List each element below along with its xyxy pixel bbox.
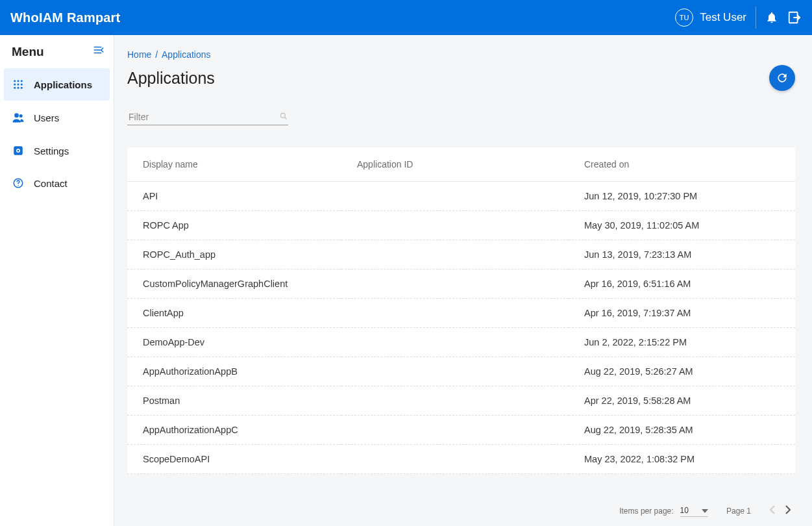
prev-page-button[interactable] [769, 505, 776, 517]
cell-created-on: Apr 16, 2019, 6:51:16 AM [569, 269, 795, 299]
chevron-down-icon [702, 506, 708, 515]
notifications-icon[interactable] [765, 11, 778, 24]
sidebar: Menu ApplicationsUsersSettingsContact [0, 35, 114, 526]
cell-application-id [341, 357, 569, 386]
page-title: Applications [127, 69, 215, 88]
cell-display-name: ROPC App [127, 211, 341, 240]
cell-display-name: ROPC_Auth_app [127, 240, 341, 269]
cell-created-on: Apr 22, 2019, 5:58:28 AM [569, 386, 795, 416]
main-content: Home / Applications Applications Display… [114, 35, 812, 526]
cell-application-id [341, 240, 569, 269]
cell-display-name: API [127, 182, 341, 211]
cell-created-on: Apr 16, 2019, 7:19:37 AM [569, 299, 795, 328]
paginator: Items per page: 10 Page 1 [127, 492, 795, 520]
cell-display-name: DemoApp-Dev [127, 328, 341, 357]
collapse-menu-icon[interactable] [93, 44, 105, 59]
apps-icon [12, 79, 25, 90]
breadcrumb-home[interactable]: Home [127, 49, 151, 60]
next-page-button[interactable] [785, 505, 791, 517]
svg-point-7 [14, 87, 16, 89]
sidebar-title: Menu [12, 45, 44, 59]
cell-display-name: ScopeDemoAPI [127, 445, 341, 474]
search-icon [279, 112, 288, 123]
table-row[interactable]: PostmanApr 22, 2019, 5:58:28 AM [127, 386, 795, 416]
svg-point-2 [18, 80, 19, 82]
cell-display-name: AppAuthorizationAppC [127, 416, 341, 445]
logout-icon[interactable] [787, 10, 802, 25]
cell-created-on: Jun 2, 2022, 2:15:22 PM [569, 328, 795, 357]
table-row[interactable]: APIJun 12, 2019, 10:27:30 PM [127, 182, 795, 211]
table-row[interactable]: CustomPolicyManagerGraphClientApr 16, 20… [127, 269, 795, 299]
cell-application-id [341, 269, 569, 299]
sidebar-header: Menu [0, 44, 114, 68]
svg-point-14 [18, 150, 19, 152]
avatar: TU [675, 8, 693, 27]
refresh-button[interactable] [769, 65, 795, 91]
cell-application-id [341, 299, 569, 328]
sidebar-item-applications[interactable]: Applications [4, 68, 110, 101]
filter-input[interactable] [127, 109, 279, 125]
svg-point-11 [19, 114, 23, 118]
breadcrumb-separator: / [155, 49, 160, 60]
svg-point-16 [18, 185, 19, 186]
topbar: WhoIAM Rampart TU Test User [0, 0, 812, 35]
filter-field[interactable] [127, 109, 288, 125]
cell-created-on: May 23, 2022, 1:08:32 PM [569, 445, 795, 474]
svg-point-4 [14, 84, 16, 86]
column-created-on[interactable]: Created on [569, 147, 795, 182]
cell-created-on: Aug 22, 2019, 5:26:27 AM [569, 357, 795, 386]
cell-application-id [341, 182, 569, 211]
items-per-page-label: Items per page: [619, 507, 673, 516]
help-icon [12, 177, 25, 189]
brand-title: WhoIAM Rampart [10, 10, 675, 25]
items-per-page-value: 10 [680, 506, 689, 515]
page-label: Page 1 [726, 507, 751, 516]
cell-display-name: AppAuthorizationAppB [127, 357, 341, 386]
table-row[interactable]: ROPC AppMay 30, 2019, 11:02:05 AM [127, 211, 795, 240]
table-row[interactable]: AppAuthorizationAppBAug 22, 2019, 5:26:2… [127, 357, 795, 386]
cell-display-name: ClientApp [127, 299, 341, 328]
column-display-name[interactable]: Display name [127, 147, 341, 182]
user-name: Test User [700, 11, 746, 24]
svg-point-3 [21, 80, 23, 82]
topbar-right: TU Test User [675, 6, 802, 29]
cell-created-on: Aug 22, 2019, 5:28:35 AM [569, 416, 795, 445]
cell-application-id [341, 211, 569, 240]
cell-created-on: May 30, 2019, 11:02:05 AM [569, 211, 795, 240]
table-row[interactable]: ROPC_Auth_appJun 13, 2019, 7:23:13 AM [127, 240, 795, 269]
cell-created-on: Jun 13, 2019, 7:23:13 AM [569, 240, 795, 269]
sidebar-item-contact[interactable]: Contact [0, 167, 114, 199]
sidebar-item-settings[interactable]: Settings [0, 134, 114, 167]
table-row[interactable]: DemoApp-DevJun 2, 2022, 2:15:22 PM [127, 328, 795, 357]
user-chip[interactable]: TU Test User [675, 6, 756, 29]
svg-point-6 [21, 84, 23, 86]
sidebar-item-users[interactable]: Users [0, 101, 114, 134]
items-per-page-select[interactable]: 10 [680, 505, 708, 517]
cell-display-name: Postman [127, 386, 341, 416]
svg-point-8 [18, 87, 19, 89]
table-row[interactable]: AppAuthorizationAppCAug 22, 2019, 5:28:3… [127, 416, 795, 445]
sidebar-item-label: Applications [34, 79, 92, 90]
cell-application-id [341, 386, 569, 416]
people-icon [12, 111, 25, 124]
cell-created-on: Jun 12, 2019, 10:27:30 PM [569, 182, 795, 211]
sidebar-item-label: Users [34, 112, 59, 123]
cell-application-id [341, 416, 569, 445]
cell-application-id [341, 328, 569, 357]
svg-point-17 [280, 113, 285, 118]
svg-point-1 [14, 80, 16, 82]
svg-point-9 [21, 87, 23, 89]
breadcrumb: Home / Applications [127, 49, 795, 60]
sidebar-item-label: Settings [34, 145, 69, 157]
cell-application-id [341, 445, 569, 474]
svg-point-10 [14, 113, 19, 118]
applications-table: Display name Application ID Created on A… [127, 147, 795, 474]
breadcrumb-current[interactable]: Applications [162, 49, 211, 60]
column-application-id[interactable]: Application ID [341, 147, 569, 182]
svg-point-5 [18, 84, 19, 86]
table-row[interactable]: ScopeDemoAPIMay 23, 2022, 1:08:32 PM [127, 445, 795, 474]
cell-display-name: CustomPolicyManagerGraphClient [127, 269, 341, 299]
settings-icon [12, 145, 25, 157]
sidebar-item-label: Contact [34, 178, 68, 189]
table-row[interactable]: ClientAppApr 16, 2019, 7:19:37 AM [127, 299, 795, 328]
